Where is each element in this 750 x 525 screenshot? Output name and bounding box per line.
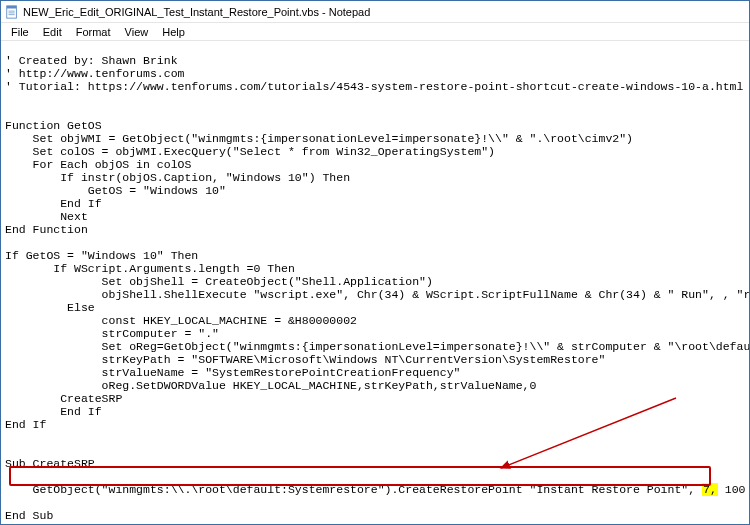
code-line: Set oReg=GetObject("winmgmts:{impersonat…	[5, 340, 749, 353]
code-line: ' Tutorial: https://www.tenforums.com/tu…	[5, 80, 743, 93]
text-editor[interactable]: ' Created by: Shawn Brink ' http://www.t…	[1, 41, 749, 524]
window-title: NEW_Eric_Edit_ORIGINAL_Test_Instant_Rest…	[23, 6, 370, 18]
code-line: End If	[5, 418, 46, 431]
code-line: For Each objOS in colOS	[5, 158, 191, 171]
code-line: If GetOS = "Windows 10" Then	[5, 249, 198, 262]
code-line: If WScript.Arguments.length =0 Then	[5, 262, 295, 275]
code-line: End Sub	[5, 509, 53, 522]
code-line: Else	[5, 301, 95, 314]
callout-arrow-icon	[481, 396, 681, 476]
callout-box	[9, 466, 711, 486]
code-line: ' http://www.tenforums.com	[5, 67, 184, 80]
menu-view[interactable]: View	[119, 25, 155, 39]
code-line: strComputer = "."	[5, 327, 219, 340]
menu-help[interactable]: Help	[156, 25, 191, 39]
menu-format[interactable]: Format	[70, 25, 117, 39]
code-line: strKeyPath = "SOFTWARE\Microsoft\Windows…	[5, 353, 605, 366]
code-line: objShell.ShellExecute "wscript.exe", Chr…	[5, 288, 749, 301]
menu-edit[interactable]: Edit	[37, 25, 68, 39]
code-line: const HKEY_LOCAL_MACHINE = &H80000002	[5, 314, 357, 327]
code-line: Set objShell = CreateObject("Shell.Appli…	[5, 275, 433, 288]
menu-file[interactable]: File	[5, 25, 35, 39]
notepad-icon	[5, 5, 19, 19]
code-line: 100	[718, 483, 746, 496]
code-line: strValueName = "SystemRestorePointCreati…	[5, 366, 460, 379]
svg-rect-1	[7, 5, 17, 8]
menu-bar: File Edit Format View Help	[1, 23, 749, 41]
code-line: Function GetOS	[5, 119, 102, 132]
svg-line-5	[501, 398, 676, 468]
code-line: Set colOS = objWMI.ExecQuery("Select * f…	[5, 145, 495, 158]
code-line: oReg.SetDWORDValue HKEY_LOCAL_MACHINE,st…	[5, 379, 536, 392]
code-line: End Function	[5, 223, 88, 236]
code-line: Set objWMI = GetObject("winmgmts:{impers…	[5, 132, 633, 145]
title-bar: NEW_Eric_Edit_ORIGINAL_Test_Instant_Rest…	[1, 1, 749, 23]
code-line: If instr(objOS.Caption, "Windows 10") Th…	[5, 171, 350, 184]
code-line: GetOS = "Windows 10"	[5, 184, 226, 197]
code-line: CreateSRP	[5, 392, 122, 405]
code-line: End If	[5, 197, 102, 210]
code-line: ' Created by: Shawn Brink	[5, 54, 178, 67]
code-line: Next	[5, 210, 88, 223]
code-line: End If	[5, 405, 102, 418]
